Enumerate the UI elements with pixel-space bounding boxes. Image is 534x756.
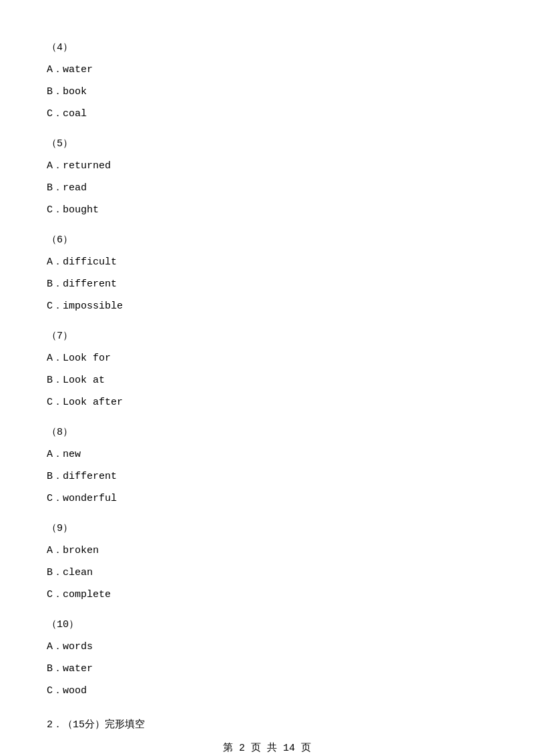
option-q9-0: A．broken <box>47 542 487 560</box>
page-content: （4）A．waterB．bookC．coal（5）A．returnedB．rea… <box>0 0 534 756</box>
option-q7-2: C．Look after <box>47 393 487 411</box>
section-2-title: 2．（15分）完形填空 <box>47 716 487 734</box>
question-block-q5: （5）A．returnedB．readC．bought <box>47 135 487 219</box>
question-number-q8: （8） <box>47 423 487 441</box>
option-q8-2: C．wonderful <box>47 490 487 508</box>
question-number-q10: （10） <box>47 616 487 634</box>
option-q9-2: C．complete <box>47 586 487 604</box>
option-q10-2: C．wood <box>47 682 487 700</box>
page-footer: 第 2 页 共 14 页 <box>0 741 534 754</box>
question-block-q10: （10）A．wordsB．waterC．wood <box>47 616 487 700</box>
option-q4-2: C．coal <box>47 105 487 123</box>
option-q5-1: B．read <box>47 179 487 197</box>
question-number-q7: （7） <box>47 327 487 345</box>
option-q10-0: A．words <box>47 638 487 656</box>
question-block-q4: （4）A．waterB．bookC．coal <box>47 39 487 123</box>
question-number-q5: （5） <box>47 135 487 153</box>
question-block-q6: （6）A．difficultB．differentC．impossible <box>47 231 487 315</box>
option-q5-0: A．returned <box>47 157 487 175</box>
option-q8-1: B．different <box>47 467 487 486</box>
option-q10-1: B．water <box>47 660 487 678</box>
question-block-q7: （7）A．Look forB．Look atC．Look after <box>47 327 487 411</box>
question-number-q9: （9） <box>47 520 487 538</box>
option-q9-1: B．clean <box>47 564 487 582</box>
option-q7-0: A．Look for <box>47 349 487 367</box>
option-q4-1: B．book <box>47 83 487 101</box>
option-q6-1: B．different <box>47 275 487 293</box>
option-q8-0: A．new <box>47 445 487 463</box>
option-q6-0: A．difficult <box>47 253 487 271</box>
question-number-q4: （4） <box>47 39 487 57</box>
option-q6-2: C．impossible <box>47 297 487 315</box>
option-q4-0: A．water <box>47 61 487 79</box>
question-block-q9: （9）A．brokenB．cleanC．complete <box>47 520 487 604</box>
option-q7-1: B．Look at <box>47 371 487 389</box>
question-number-q6: （6） <box>47 231 487 249</box>
option-q5-2: C．bought <box>47 201 487 219</box>
question-block-q8: （8）A．newB．differentC．wonderful <box>47 423 487 508</box>
